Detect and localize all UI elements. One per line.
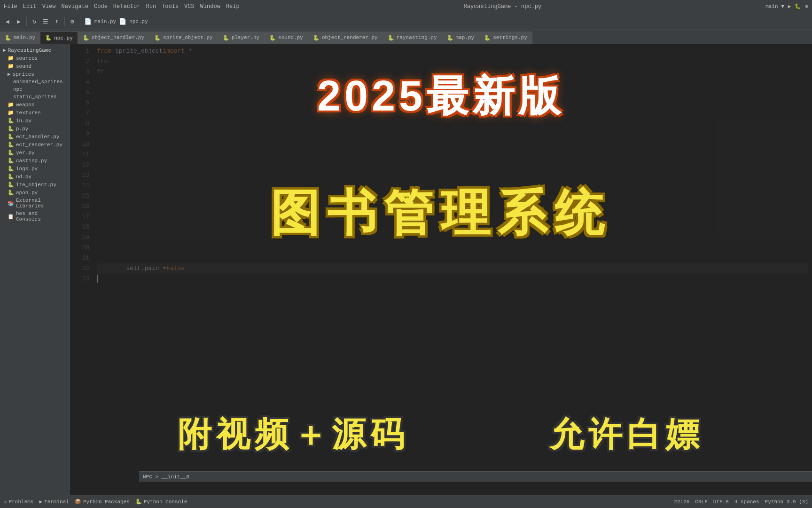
tab-object-handler[interactable]: 🐍 object_handler.py (78, 32, 149, 44)
sidebar-item-scratches[interactable]: 📋 hes and Consoles (0, 210, 69, 223)
code-line-22: self.pain = False (97, 263, 808, 274)
sidebar-item-obj-renderer[interactable]: 🐍 ect_renderer.py (0, 141, 69, 149)
debug-button[interactable]: 🐛 (795, 3, 801, 9)
list-icon[interactable]: ☰ (41, 17, 50, 26)
sidebar-item-ite-object[interactable]: 🐍 ite_object.py (0, 181, 69, 189)
menu-run[interactable]: Run (146, 3, 156, 10)
tab-label-npc[interactable]: npc.py (129, 19, 148, 24)
file-yer-icon: 🐍 (8, 150, 14, 156)
python-packages-label: Python Packages (83, 499, 130, 505)
sidebar-label-obj-renderer: ect_renderer.py (16, 142, 62, 148)
code-editor[interactable]: 12345 678910 1112131415 1617181920 21222… (70, 44, 812, 495)
sidebar-item-sound[interactable]: 📁 sound (0, 62, 69, 70)
tab-sound[interactable]: 🐍 sound.py (265, 32, 308, 44)
status-python-packages[interactable]: 📦 Python Packages (75, 499, 130, 505)
tab-label-main[interactable]: main.py (94, 19, 116, 24)
code-line-20 (97, 243, 808, 253)
line-numbers: 12345 678910 1112131415 1617181920 21222… (70, 44, 93, 286)
sidebar-item-weapon[interactable]: 📁 weapon (0, 101, 69, 109)
code-content[interactable]: from sprite_object import * fro fr ), 5,… (93, 44, 812, 495)
tab-raycasting[interactable]: 🐍 raycasting.py (383, 32, 442, 44)
tab-map[interactable]: 🐍 map.py (442, 32, 480, 44)
menu-edit[interactable]: Edit (23, 3, 37, 10)
tab-raycasting-label: raycasting.py (397, 35, 437, 40)
menu-tools[interactable]: Tools (162, 3, 179, 10)
file-apon-icon: 🐍 (8, 190, 14, 196)
tab-player[interactable]: 🐍 player.py (218, 32, 265, 44)
tab-main[interactable]: 🐍 main.py (0, 32, 40, 44)
title-controls[interactable]: main ▼ ▶ 🐛 ⚙ (765, 3, 808, 9)
up-icon[interactable]: ⬆ (52, 17, 62, 26)
settings-toolbar-icon[interactable]: ⚙ (68, 17, 77, 26)
tab-sound-icon: 🐍 (269, 35, 276, 41)
sidebar-item-p-py[interactable]: 🐍 p.py (0, 125, 69, 133)
tab-object-renderer[interactable]: 🐍 object_renderer.py (308, 32, 383, 44)
main-layout: ▶ RaycastingGame 📁 sources 📁 sound ▶ spr… (0, 44, 812, 495)
tab-sprite-object[interactable]: 🐍 sprite_object.py (149, 32, 218, 44)
forward-icon[interactable]: ▶ (14, 17, 23, 26)
sidebar-item-yer-py[interactable]: 🐍 yer.py (0, 149, 69, 157)
file-icon-main[interactable]: 📄 (83, 17, 93, 26)
menu-vcs[interactable]: VCS (184, 3, 195, 10)
code-line-1: from sprite_object import * (97, 46, 808, 56)
menu-code[interactable]: Code (94, 3, 108, 10)
sidebar-item-ings-py[interactable]: 🐍 ings.py (0, 165, 69, 173)
sidebar-label-static: static_sprites (13, 94, 56, 100)
sidebar-label-p-py: p.py (16, 126, 28, 132)
sidebar-item-npc[interactable]: npc (0, 86, 69, 93)
sidebar-label-weapon: weapon (16, 102, 35, 108)
tab-settings[interactable]: 🐍 settings.py (479, 32, 532, 44)
sidebar-label-external-libs: External Libraries (16, 198, 65, 209)
tab-npc[interactable]: 🐍 npc.py (40, 32, 78, 44)
code-line-7 (97, 108, 808, 119)
sidebar-label-apon-py: apon.py (16, 190, 38, 196)
tab-main-icon: 🐍 (5, 35, 11, 41)
tab-npc-icon: 🐍 (45, 35, 52, 41)
sync-icon[interactable]: ↻ (30, 17, 39, 26)
tab-obj-handler-icon: 🐍 (83, 35, 89, 41)
sidebar-label-ite-object: ite_object.py (16, 182, 56, 188)
status-right: 22:26 CRLF UTF-8 4 spaces Python 3.9 (3) (674, 499, 808, 505)
sidebar-item-sources[interactable]: 📁 sources (0, 54, 69, 62)
menu-refactor[interactable]: Refactor (113, 3, 141, 10)
sidebar-item-external-libs[interactable]: 📚 External Libraries (0, 197, 69, 210)
sidebar-item-sprites[interactable]: ▶ sprites (0, 70, 69, 78)
profile-selector[interactable]: main ▼ (765, 4, 784, 9)
status-left: ⚠ Problems ▶ Terminal 📦 Python Packages … (4, 499, 187, 505)
tab-map-icon: 🐍 (447, 35, 453, 41)
status-problems[interactable]: ⚠ Problems (4, 499, 33, 505)
sidebar-item-textures[interactable]: 📁 textures (0, 109, 69, 117)
menu-file[interactable]: File (4, 3, 17, 10)
code-line-9 (97, 129, 808, 139)
toolbar: ◀ ▶ ↻ ☰ ⬆ ⚙ 📄 main.py 📄 npc.py (0, 13, 812, 30)
code-line-6: ), 5, 5.5), (97, 98, 808, 108)
status-python-console[interactable]: 🐍 Python Console (135, 499, 187, 505)
run-button[interactable]: ▶ (788, 3, 791, 9)
python-console-label: Python Console (144, 499, 187, 505)
back-icon[interactable]: ◀ (3, 17, 12, 26)
menu-window[interactable]: Window (200, 3, 220, 10)
code-line-16 (97, 201, 808, 212)
code-line-8 (97, 119, 808, 129)
menu-navigate[interactable]: Navigate (61, 3, 88, 10)
status-terminal[interactable]: ▶ Terminal (39, 499, 69, 505)
sidebar-item-static[interactable]: static_sprites (0, 93, 69, 101)
file-obj-handler-icon: 🐍 (8, 134, 14, 140)
sidebar-item-in-py[interactable]: 🐍 in.py (0, 117, 69, 125)
sidebar-label-casting: casting.py (16, 158, 47, 164)
sidebar-item-casting[interactable]: 🐍 casting.py (0, 157, 69, 165)
menu-view[interactable]: View (42, 3, 56, 10)
sidebar-item-apon-py[interactable]: 🐍 apon.py (0, 189, 69, 197)
settings-icon[interactable]: ⚙ (805, 3, 808, 9)
menu-help[interactable]: Help (226, 3, 240, 10)
editor-area[interactable]: 12345 678910 1112131415 1617181920 21222… (70, 44, 812, 495)
sidebar-item-animated[interactable]: animated_sprites (0, 78, 69, 86)
tab-sound-label: sound.py (278, 35, 303, 40)
tab-settings-icon: 🐍 (484, 35, 491, 41)
code-line-21 (97, 253, 808, 263)
sidebar-item-nd-py[interactable]: 🐍 nd.py (0, 173, 69, 181)
file-icon-npc[interactable]: 📄 (118, 17, 127, 26)
menu-bar[interactable]: File Edit View Navigate Code Refactor Ru… (4, 3, 240, 10)
sidebar-item-obj-handler[interactable]: 🐍 ect_handler.py (0, 133, 69, 141)
project-root[interactable]: ▶ RaycastingGame (0, 46, 69, 54)
